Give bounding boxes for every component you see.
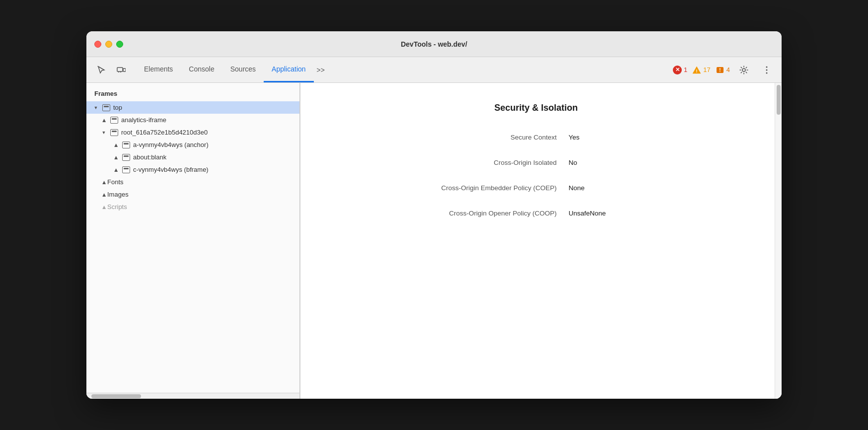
label-top: top: [113, 104, 122, 111]
close-button[interactable]: [94, 41, 101, 48]
main-content: Frames ▼ top ▶ analytics-iframe ▼: [86, 83, 782, 399]
svg-point-10: [766, 72, 768, 73]
svg-point-9: [766, 69, 768, 71]
more-tabs-button[interactable]: >>: [314, 57, 328, 82]
tree-item-root[interactable]: ▼ root_616a752e1b5d4210d3e0: [86, 126, 299, 139]
cursor-icon-btn[interactable]: [92, 61, 110, 79]
info-badge[interactable]: ! 4: [716, 66, 730, 74]
svg-rect-0: [117, 68, 123, 72]
security-row-coep: Cross-Origin Embedder Policy (COEP) None: [330, 184, 742, 193]
error-icon: ✕: [673, 66, 682, 74]
security-row-secure-context: Secure Context Yes: [330, 133, 742, 143]
left-panel: Frames ▼ top ▶ analytics-iframe ▼: [86, 83, 300, 399]
frame-icon-analytics: [110, 117, 118, 124]
folder-item-scripts[interactable]: ▶ Scripts: [86, 201, 299, 213]
label-coep: Cross-Origin Embedder Policy (COEP): [330, 184, 569, 193]
more-options-button[interactable]: [758, 61, 776, 79]
window-title: DevTools - web.dev/: [401, 40, 467, 48]
label-c-vynmy: c-vynmy4vb4wys (bframe): [133, 166, 209, 173]
folder-item-images[interactable]: ▶ Images: [86, 188, 299, 201]
arrow-root: ▼: [100, 129, 107, 136]
svg-point-8: [766, 66, 768, 68]
value-coop: UnsafeNone: [569, 209, 606, 218]
arrow-a-vynmy: ▶: [112, 142, 119, 148]
tree-item-a-vynmy[interactable]: ▶ a-vynmy4vb4wys (anchor): [86, 139, 299, 151]
label-cross-origin-isolated: Cross-Origin Isolated: [330, 158, 569, 168]
error-badge[interactable]: ✕ 1: [673, 66, 687, 74]
frame-icon-about-blank: [122, 154, 130, 161]
toolbar-tabs: Elements Console Sources Application >>: [136, 57, 328, 82]
tab-sources[interactable]: Sources: [222, 57, 264, 82]
security-content: Security & Isolation Secure Context Yes …: [300, 83, 782, 399]
arrow-top: ▼: [92, 104, 99, 111]
tab-application[interactable]: Application: [264, 57, 314, 82]
svg-text:!: !: [719, 68, 721, 73]
svg-rect-1: [123, 69, 126, 72]
title-bar: DevTools - web.dev/: [86, 31, 782, 57]
value-secure-context: Yes: [569, 133, 579, 143]
settings-button[interactable]: [735, 61, 753, 79]
right-scrollbar[interactable]: [775, 83, 782, 399]
frame-icon-top: [102, 104, 110, 111]
warning-icon: !: [692, 66, 701, 74]
tab-console[interactable]: Console: [181, 57, 222, 82]
device-toolbar-btn[interactable]: [112, 61, 130, 79]
devtools-window: DevTools - web.dev/ Elements Console: [86, 31, 782, 399]
label-fonts: Fonts: [107, 178, 124, 186]
horizontal-scrollbar[interactable]: [86, 393, 299, 399]
security-row-coop: Cross-Origin Opener Policy (COOP) Unsafe…: [330, 209, 742, 218]
arrow-analytics: ▶: [100, 117, 107, 124]
minimize-button[interactable]: [105, 41, 112, 48]
tree-container[interactable]: ▼ top ▶ analytics-iframe ▼ root_616a752e…: [86, 101, 299, 393]
right-panel: Security & Isolation Secure Context Yes …: [300, 83, 782, 399]
arrow-images: ▶: [100, 191, 107, 198]
arrow-c-vynmy: ▶: [112, 166, 119, 173]
cursor-icon: [97, 66, 106, 74]
frame-icon-c-vynmy: [122, 166, 130, 173]
tree-item-analytics[interactable]: ▶ analytics-iframe: [86, 114, 299, 126]
scrollbar-thumb: [777, 85, 781, 115]
tree-item-c-vynmy[interactable]: ▶ c-vynmy4vb4wys (bframe): [86, 163, 299, 176]
security-title: Security & Isolation: [330, 103, 742, 113]
tree-item-about-blank[interactable]: ▶ about:blank: [86, 151, 299, 163]
maximize-button[interactable]: [116, 41, 123, 48]
arrow-about-blank: ▶: [112, 154, 119, 161]
warning-badge[interactable]: ! 17: [692, 66, 710, 74]
more-options-icon: [766, 66, 768, 74]
label-analytics: analytics-iframe: [121, 116, 166, 124]
hscroll-thumb: [91, 394, 141, 398]
svg-text:!: !: [696, 69, 698, 73]
label-a-vynmy: a-vynmy4vb4wys (anchor): [133, 141, 209, 148]
tree-item-top[interactable]: ▼ top: [86, 101, 299, 114]
folder-item-fonts[interactable]: ▶ Fonts: [86, 176, 299, 188]
label-about-blank: about:blank: [133, 153, 166, 161]
label-root: root_616a752e1b5d4210d3e0: [121, 129, 208, 136]
tab-elements[interactable]: Elements: [136, 57, 181, 82]
info-icon: !: [716, 66, 724, 74]
frame-icon-root: [110, 129, 118, 136]
value-cross-origin-isolated: No: [569, 158, 577, 168]
toolbar-right: ✕ 1 ! 17 ! 4: [673, 61, 776, 79]
arrow-scripts: ▶: [100, 204, 107, 211]
toolbar: Elements Console Sources Application >> …: [86, 57, 782, 83]
label-coop: Cross-Origin Opener Policy (COOP): [330, 209, 569, 218]
frame-icon-a-vynmy: [122, 142, 130, 148]
label-secure-context: Secure Context: [330, 133, 569, 143]
arrow-fonts: ▶: [100, 179, 107, 186]
traffic-lights: [94, 41, 123, 48]
label-scripts: Scripts: [107, 203, 127, 211]
svg-point-7: [742, 69, 745, 72]
value-coep: None: [569, 184, 584, 193]
device-toolbar-icon: [117, 66, 126, 74]
settings-icon: [739, 66, 748, 74]
security-row-cross-origin-isolated: Cross-Origin Isolated No: [330, 158, 742, 168]
label-images: Images: [107, 191, 129, 198]
frames-header: Frames: [86, 83, 299, 101]
